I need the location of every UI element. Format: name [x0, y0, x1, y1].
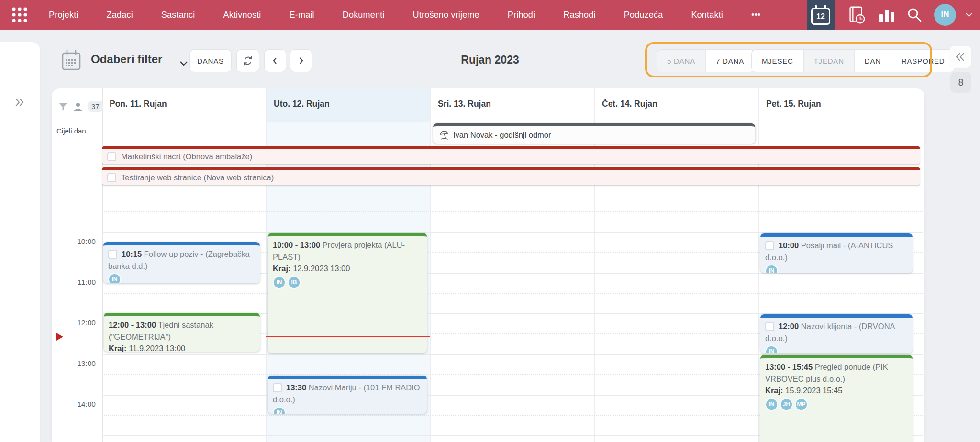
nav-item-email[interactable]: E-mail [290, 10, 314, 20]
all-day-task-title: Testiranje web stranice (Nova web strani… [121, 173, 274, 182]
attendee-count-badge: 37 [88, 101, 103, 112]
top-navbar: Projekti Zadaci Sastanci Aktivnosti E-ma… [0, 0, 980, 30]
event-text: 10:00 - 13:00 Provjera projekta (ALU-PLA… [273, 239, 422, 263]
grid-vline [430, 88, 431, 442]
task-checkbox[interactable] [107, 152, 116, 161]
event-checkbox[interactable] [273, 383, 282, 392]
view-month-button[interactable]: MJESEC [752, 50, 803, 72]
next-period-button[interactable] [290, 49, 312, 72]
user-avatar[interactable]: IN [934, 4, 956, 26]
event-posalji-mail[interactable]: 10:00 Pošalji mail - (A-ANTICUS d.o.o.) … [760, 233, 913, 273]
day-header-thu[interactable]: Čet. 14. Rujan [602, 99, 657, 109]
all-day-event-title: Ivan Novak - godišnji odmor [453, 131, 551, 140]
event-tjedni-sastanak[interactable]: 12:00 - 13:00 Tjedni sastanak ("GEOMETRI… [104, 313, 260, 352]
view-day-button[interactable]: DAN [854, 50, 891, 72]
event-follow-up-poziv[interactable]: 10:15 Follow up poziv - (Zagrebačka bank… [103, 242, 260, 283]
time-label-14: 14:00 [52, 400, 96, 409]
calendar-nav-button[interactable]: 12 [807, 0, 835, 30]
panel-collapse-button[interactable] [949, 46, 971, 68]
time-label-10: 10:00 [52, 237, 96, 246]
collapsed-panel-count-badge: 8 [950, 72, 971, 93]
view-week-button[interactable]: TJEDAN [803, 50, 854, 72]
grid-vline [102, 88, 103, 442]
event-nazovi-klijenta[interactable]: 12:00 Nazovi klijenta - (DRVONA d.o.o.) … [760, 314, 913, 353]
nav-item-zadaci[interactable]: Zadaci [107, 10, 133, 20]
avatar-chip: IN [108, 273, 121, 283]
nav-item-poduzeca[interactable]: Poduzeća [624, 10, 663, 20]
view-5-days-button[interactable]: 5 DANA [657, 50, 705, 72]
all-day-task-title: Marketinški nacrt (Obnova ambalaže) [121, 152, 252, 161]
nav-item-utroseno-vrijeme[interactable]: Utrošeno vrijeme [413, 10, 479, 20]
nav-item-kontakti[interactable]: Kontakti [691, 10, 723, 20]
chevron-left-icon [270, 55, 280, 66]
nav-right-cluster: 12 IN [807, 0, 974, 30]
event-text: 12:00 Nazovi klijenta - (DRVONA d.o.o.) [765, 320, 908, 344]
apps-grid-glyph [11, 6, 28, 23]
day-header-fri[interactable]: Pet. 15. Rujan [766, 99, 821, 109]
nav-item-rashodi[interactable]: Rashodi [563, 10, 595, 20]
all-day-label: Cijeli dan [56, 127, 86, 135]
view-schedule-button[interactable]: RASPORED [891, 50, 955, 72]
time-label-11: 11:00 [52, 278, 96, 287]
grid-halfhour-line [102, 293, 923, 294]
calendar-header-tools: 37 [58, 101, 103, 112]
all-day-event-vacation[interactable]: Ivan Novak - godišnji odmor [433, 123, 755, 144]
grid-vline [266, 88, 267, 442]
all-day-task-marketing[interactable]: Marketinški nacrt (Obnova ambalaže) [102, 146, 920, 164]
calendar-grid: 37 Pon. 11. Rujan Uto. 12. Rujan Sri. 13… [52, 88, 924, 442]
event-pregled-ponude[interactable]: 13:00 - 15:45 Pregled ponude (PIK VRBOVE… [760, 355, 913, 442]
prev-period-button[interactable] [264, 49, 286, 72]
avatar-chip: IB [288, 276, 301, 289]
event-checkbox[interactable] [765, 322, 774, 331]
funnel-filter-icon[interactable] [58, 102, 68, 111]
grid-halfhour-line [102, 211, 923, 212]
nav-item-prihodi[interactable]: Prihodi [508, 10, 535, 20]
filter-calendar-icon [60, 49, 82, 74]
sidebar-expand-icon[interactable] [12, 96, 26, 109]
event-checkbox[interactable] [108, 250, 117, 259]
reports-bar-chart-icon[interactable] [878, 6, 895, 23]
event-checkbox[interactable] [765, 241, 774, 250]
nav-more-menu[interactable]: ••• [751, 10, 761, 20]
today-button[interactable]: DANAS [189, 49, 232, 72]
event-text: 12:00 - 13:00 Tjedni sastanak ("GEOMETRI… [109, 319, 255, 343]
person-filter-icon[interactable] [73, 101, 83, 112]
view-toggle-days: 5 DANA 7 DANA [657, 49, 755, 72]
day-header-tue[interactable]: Uto. 12. Rujan [274, 99, 330, 109]
avatar-chip: IN [765, 345, 778, 353]
apps-grid-icon[interactable] [11, 6, 29, 24]
beach-umbrella-icon [439, 130, 449, 140]
current-time-marker [56, 333, 63, 341]
avatar-chip: IN [273, 276, 286, 289]
filter-select-label[interactable]: Odaberi filter [91, 53, 162, 66]
search-icon[interactable] [906, 7, 923, 23]
nav-item-aktivnosti[interactable]: Aktivnosti [223, 10, 261, 20]
filter-chevron-down-icon[interactable] [178, 57, 189, 71]
all-day-task-testing[interactable]: Testiranje web stranice (Nova web strani… [102, 167, 920, 185]
task-checkbox[interactable] [107, 173, 116, 182]
day-header-mon[interactable]: Pon. 11. Rujan [110, 99, 167, 109]
event-end-time: Kraj: 11.9.2023 13:00 [109, 343, 255, 352]
timesheet-icon[interactable] [846, 5, 866, 25]
nav-item-projekti[interactable]: Projekti [49, 10, 78, 20]
calendar-icon: 12 [811, 8, 830, 25]
avatar-chip: JH [780, 398, 793, 411]
nav-item-sastanci[interactable]: Sastanci [161, 10, 195, 20]
refresh-button[interactable] [236, 49, 259, 72]
event-end-time: Kraj: 15.9.2023 15:45 [765, 385, 908, 397]
view-7-days-button[interactable]: 7 DANA [705, 50, 754, 72]
avatar-chip: IN [273, 407, 286, 414]
account-chevron-down-icon[interactable] [964, 10, 974, 20]
event-nazovi-mariju[interactable]: 13:30 Nazovi Mariju - (101 FM RADIO d.o.… [268, 376, 427, 414]
event-text: 13:00 - 15:45 Pregled ponude (PIK VRBOVE… [765, 361, 908, 385]
time-label-13: 13:00 [52, 359, 96, 368]
day-header-wed[interactable]: Sri. 13. Rujan [438, 99, 491, 109]
refresh-icon [242, 55, 254, 67]
avatar-chip: IN [765, 265, 778, 273]
event-provjera-projekta[interactable]: 10:00 - 13:00 Provjera projekta (ALU-PLA… [268, 233, 427, 353]
avatar-chip: IN [765, 398, 778, 411]
left-sidebar-collapsed [0, 42, 40, 442]
chevron-right-icon [296, 55, 306, 66]
nav-item-dokumenti[interactable]: Dokumenti [343, 10, 385, 20]
event-end-time: Kraj: 12.9.2023 13:00 [273, 263, 422, 275]
